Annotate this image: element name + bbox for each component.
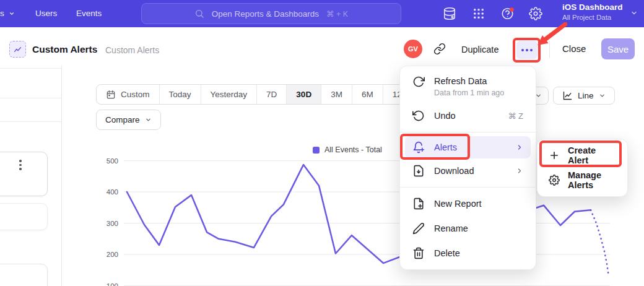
project-subtitle: All Project Data — [562, 14, 637, 21]
keyboard-shortcut: ⌘ Z — [508, 111, 523, 121]
date-range-30d-selected[interactable]: 30D — [287, 85, 321, 104]
sidebar-row-divider — [0, 121, 61, 122]
chart-type-button[interactable]: Line — [553, 87, 615, 105]
svg-text:400: 400 — [107, 188, 118, 196]
more-options-icon — [521, 49, 524, 51]
search-icon — [194, 9, 204, 19]
compare-button[interactable]: Compare — [96, 110, 161, 130]
context-menu: Refresh Data Data from 1 min ago Undo ⌘ … — [399, 66, 536, 270]
pencil-icon — [412, 222, 425, 235]
menu-item-rename[interactable]: Rename — [400, 216, 536, 241]
svg-text:200: 200 — [107, 251, 118, 258]
help-icon[interactable] — [501, 7, 515, 20]
settings-gear-icon[interactable] — [529, 7, 542, 20]
date-range-3m[interactable]: 3M — [321, 85, 352, 104]
legend-label: All Events - Total — [324, 145, 382, 154]
report-icon — [9, 41, 26, 58]
menu-item-refresh-data[interactable]: Refresh Data Data from 1 min ago — [400, 70, 536, 103]
data-management-icon[interactable] — [443, 7, 456, 20]
menu-separator — [400, 187, 536, 188]
chevron-down-icon — [145, 116, 152, 123]
bell-plus-icon — [412, 141, 425, 154]
top-navbar: s Users Events Open Reports & Dashboards… — [0, 0, 644, 27]
menu-item-subtitle: Data from 1 min ago — [434, 89, 504, 97]
breadcrumb: Custom Alerts — [105, 45, 159, 55]
save-button[interactable]: Save — [601, 38, 635, 59]
menu-item-alerts[interactable]: Alerts — [405, 136, 531, 158]
search-input[interactable]: Open Reports & Dashboards ⌘ + K — [141, 3, 401, 24]
menu-item-undo[interactable]: Undo ⌘ Z — [400, 103, 536, 128]
chevron-down-icon — [599, 92, 606, 99]
more-options-button[interactable] — [516, 41, 537, 59]
refresh-icon — [412, 76, 425, 88]
search-shortcut: ⌘ + K — [326, 9, 348, 19]
legend-swatch — [313, 147, 320, 154]
sidebar-divider — [61, 66, 62, 286]
file-plus-icon — [412, 197, 425, 210]
search-placeholder: Open Reports & Dashboards — [212, 9, 319, 19]
undo-icon — [412, 110, 425, 122]
date-range-7d[interactable]: 7D — [257, 85, 287, 104]
date-range-today[interactable]: Today — [160, 85, 201, 104]
menu-item-delete[interactable]: Delete — [400, 241, 536, 266]
svg-text:300: 300 — [107, 220, 118, 227]
apps-grid-icon[interactable] — [472, 7, 485, 20]
svg-text:100: 100 — [107, 282, 118, 286]
submenu-item-create-alert[interactable]: Create Alert — [537, 143, 627, 168]
sidebar-row-divider — [0, 68, 61, 69]
notification-dot — [510, 7, 514, 12]
duplicate-button[interactable]: Duplicate — [461, 45, 498, 54]
app-window: 500400300200100 All Events - Total Custo… — [0, 0, 644, 286]
nav-item-partial[interactable]: s — [0, 9, 15, 18]
date-range-6m[interactable]: 6M — [352, 85, 383, 104]
close-button[interactable]: Close — [562, 43, 586, 54]
header-divider — [549, 41, 550, 58]
project-switcher[interactable]: iOS Dashboard All Project Data — [562, 2, 637, 21]
submenu-item-manage-alerts[interactable]: Manage Alerts — [537, 168, 627, 193]
chevron-right-icon — [516, 144, 523, 151]
copy-link-icon[interactable] — [433, 43, 446, 55]
query-card — [0, 152, 48, 196]
date-range-custom[interactable]: Custom — [97, 85, 160, 104]
menu-separator — [400, 132, 536, 132]
date-range-yesterday[interactable]: Yesterday — [201, 85, 258, 104]
plus-icon — [549, 150, 560, 161]
nav-item-events[interactable]: Events — [76, 9, 102, 18]
query-card — [0, 264, 48, 286]
kebab-menu-icon[interactable] — [19, 160, 22, 170]
download-file-icon — [412, 165, 425, 177]
menu-item-new-report[interactable]: New Report — [400, 191, 536, 216]
query-card — [0, 203, 48, 230]
chevron-down-icon — [9, 11, 15, 17]
gear-icon — [549, 175, 560, 186]
avatar[interactable]: GV — [404, 40, 422, 58]
chevron-down-icon — [630, 9, 638, 17]
line-chart-icon — [562, 90, 573, 101]
legend-item[interactable]: All Events - Total — [313, 145, 382, 154]
calendar-icon — [106, 90, 116, 100]
chevron-right-icon — [516, 167, 523, 175]
trash-icon — [412, 247, 425, 259]
svg-text:500: 500 — [107, 157, 118, 165]
date-range-picker: Custom Today Yesterday 7D 30D 3M 6M 12M — [96, 84, 419, 105]
menu-item-download[interactable]: Download — [400, 158, 536, 183]
project-name: iOS Dashboard — [562, 2, 637, 12]
page-title: Custom Alerts — [32, 44, 97, 55]
nav-item-users[interactable]: Users — [35, 9, 57, 18]
alerts-submenu: Create Alert Manage Alerts — [537, 139, 628, 197]
sidebar-row-divider — [0, 98, 61, 98]
